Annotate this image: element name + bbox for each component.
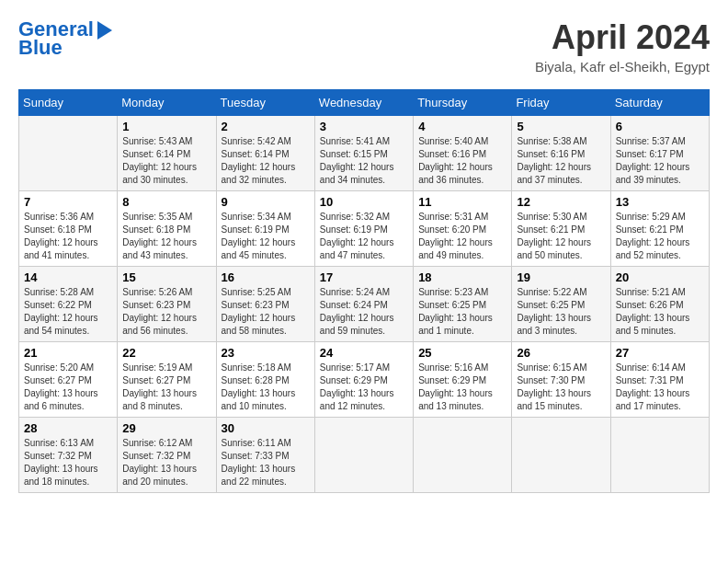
day-number: 13 bbox=[616, 195, 704, 209]
col-header-tuesday: Tuesday bbox=[216, 90, 314, 116]
day-number: 2 bbox=[222, 120, 310, 133]
day-number: 26 bbox=[517, 346, 605, 360]
calendar-cell: 29Sunrise: 6:12 AM Sunset: 7:32 PM Dayli… bbox=[118, 418, 216, 493]
calendar-cell: 25Sunrise: 5:16 AM Sunset: 6:29 PM Dayli… bbox=[414, 342, 512, 418]
day-number: 24 bbox=[320, 346, 408, 360]
day-number: 19 bbox=[517, 270, 605, 284]
calendar-cell: 18Sunrise: 5:23 AM Sunset: 6:25 PM Dayli… bbox=[414, 267, 512, 342]
day-number: 5 bbox=[517, 120, 605, 133]
day-number: 1 bbox=[122, 120, 210, 133]
calendar-cell: 9Sunrise: 5:34 AM Sunset: 6:19 PM Daylig… bbox=[216, 191, 314, 267]
calendar-cell: 4Sunrise: 5:40 AM Sunset: 6:16 PM Daylig… bbox=[414, 116, 512, 191]
cell-info: Sunrise: 5:29 AM Sunset: 6:21 PM Dayligh… bbox=[616, 211, 704, 262]
title-block: April 2024 Biyala, Kafr el-Sheikh, Egypt bbox=[535, 18, 710, 75]
calendar-cell: 30Sunrise: 6:11 AM Sunset: 7:33 PM Dayli… bbox=[216, 418, 314, 493]
cell-info: Sunrise: 5:36 AM Sunset: 6:18 PM Dayligh… bbox=[24, 211, 112, 262]
day-number: 28 bbox=[24, 421, 112, 435]
month-title: April 2024 bbox=[535, 18, 710, 57]
day-number: 21 bbox=[24, 346, 112, 360]
cell-info: Sunrise: 5:42 AM Sunset: 6:14 PM Dayligh… bbox=[222, 135, 310, 187]
day-number: 25 bbox=[418, 346, 506, 360]
calendar-cell bbox=[610, 418, 709, 493]
calendar-cell: 8Sunrise: 5:35 AM Sunset: 6:18 PM Daylig… bbox=[118, 191, 216, 267]
calendar-table: SundayMondayTuesdayWednesdayThursdayFrid… bbox=[18, 89, 710, 493]
logo: General Blue bbox=[18, 18, 112, 59]
cell-info: Sunrise: 5:34 AM Sunset: 6:19 PM Dayligh… bbox=[222, 211, 310, 262]
day-number: 27 bbox=[616, 346, 704, 360]
cell-info: Sunrise: 5:20 AM Sunset: 6:27 PM Dayligh… bbox=[24, 362, 112, 413]
calendar-cell bbox=[414, 418, 512, 493]
calendar-cell: 21Sunrise: 5:20 AM Sunset: 6:27 PM Dayli… bbox=[19, 342, 118, 418]
page-header: General Blue April 2024 Biyala, Kafr el-… bbox=[18, 18, 710, 75]
cell-info: Sunrise: 5:24 AM Sunset: 6:24 PM Dayligh… bbox=[320, 286, 408, 338]
day-number: 22 bbox=[122, 346, 210, 360]
day-number: 23 bbox=[222, 346, 310, 360]
cell-info: Sunrise: 5:17 AM Sunset: 6:29 PM Dayligh… bbox=[320, 362, 408, 413]
day-number: 3 bbox=[320, 120, 408, 133]
col-header-wednesday: Wednesday bbox=[314, 90, 413, 116]
col-header-thursday: Thursday bbox=[414, 90, 512, 116]
cell-info: Sunrise: 5:26 AM Sunset: 6:23 PM Dayligh… bbox=[122, 286, 210, 338]
col-header-saturday: Saturday bbox=[610, 90, 709, 116]
calendar-week-row: 21Sunrise: 5:20 AM Sunset: 6:27 PM Dayli… bbox=[19, 342, 710, 418]
calendar-cell: 13Sunrise: 5:29 AM Sunset: 6:21 PM Dayli… bbox=[610, 191, 709, 267]
calendar-cell: 17Sunrise: 5:24 AM Sunset: 6:24 PM Dayli… bbox=[314, 267, 413, 342]
cell-info: Sunrise: 5:28 AM Sunset: 6:22 PM Dayligh… bbox=[24, 286, 112, 338]
calendar-cell: 5Sunrise: 5:38 AM Sunset: 6:16 PM Daylig… bbox=[512, 116, 610, 191]
day-number: 30 bbox=[222, 421, 310, 435]
calendar-week-row: 14Sunrise: 5:28 AM Sunset: 6:22 PM Dayli… bbox=[19, 267, 710, 342]
cell-info: Sunrise: 5:35 AM Sunset: 6:18 PM Dayligh… bbox=[122, 211, 210, 262]
cell-info: Sunrise: 6:12 AM Sunset: 7:32 PM Dayligh… bbox=[122, 437, 210, 488]
calendar-cell: 1Sunrise: 5:43 AM Sunset: 6:14 PM Daylig… bbox=[118, 116, 216, 191]
cell-info: Sunrise: 5:30 AM Sunset: 6:21 PM Dayligh… bbox=[517, 211, 605, 262]
day-number: 10 bbox=[320, 195, 408, 209]
calendar-cell: 14Sunrise: 5:28 AM Sunset: 6:22 PM Dayli… bbox=[19, 267, 118, 342]
col-header-monday: Monday bbox=[118, 90, 216, 116]
calendar-cell bbox=[512, 418, 610, 493]
cell-info: Sunrise: 5:37 AM Sunset: 6:17 PM Dayligh… bbox=[616, 135, 704, 187]
calendar-header-row: SundayMondayTuesdayWednesdayThursdayFrid… bbox=[19, 90, 710, 116]
cell-info: Sunrise: 5:23 AM Sunset: 6:25 PM Dayligh… bbox=[418, 286, 506, 338]
calendar-cell: 20Sunrise: 5:21 AM Sunset: 6:26 PM Dayli… bbox=[610, 267, 709, 342]
cell-info: Sunrise: 5:40 AM Sunset: 6:16 PM Dayligh… bbox=[418, 135, 506, 187]
calendar-week-row: 1Sunrise: 5:43 AM Sunset: 6:14 PM Daylig… bbox=[19, 116, 710, 191]
day-number: 18 bbox=[418, 270, 506, 284]
calendar-cell: 28Sunrise: 6:13 AM Sunset: 7:32 PM Dayli… bbox=[19, 418, 118, 493]
logo-text-blue: Blue bbox=[18, 37, 63, 59]
calendar-cell: 3Sunrise: 5:41 AM Sunset: 6:15 PM Daylig… bbox=[314, 116, 413, 191]
cell-info: Sunrise: 5:43 AM Sunset: 6:14 PM Dayligh… bbox=[122, 135, 210, 187]
day-number: 14 bbox=[24, 270, 112, 284]
day-number: 8 bbox=[122, 195, 210, 209]
calendar-week-row: 7Sunrise: 5:36 AM Sunset: 6:18 PM Daylig… bbox=[19, 191, 710, 267]
calendar-cell bbox=[19, 116, 118, 191]
col-header-friday: Friday bbox=[512, 90, 610, 116]
calendar-cell: 19Sunrise: 5:22 AM Sunset: 6:25 PM Dayli… bbox=[512, 267, 610, 342]
day-number: 16 bbox=[222, 270, 310, 284]
day-number: 7 bbox=[24, 195, 112, 209]
calendar-cell bbox=[314, 418, 413, 493]
calendar-cell: 15Sunrise: 5:26 AM Sunset: 6:23 PM Dayli… bbox=[118, 267, 216, 342]
calendar-cell: 2Sunrise: 5:42 AM Sunset: 6:14 PM Daylig… bbox=[216, 116, 314, 191]
calendar-cell: 12Sunrise: 5:30 AM Sunset: 6:21 PM Dayli… bbox=[512, 191, 610, 267]
calendar-cell: 23Sunrise: 5:18 AM Sunset: 6:28 PM Dayli… bbox=[216, 342, 314, 418]
logo-arrow-icon bbox=[97, 21, 112, 40]
cell-info: Sunrise: 6:14 AM Sunset: 7:31 PM Dayligh… bbox=[616, 362, 704, 413]
day-number: 17 bbox=[320, 270, 408, 284]
cell-info: Sunrise: 6:15 AM Sunset: 7:30 PM Dayligh… bbox=[517, 362, 605, 413]
day-number: 9 bbox=[222, 195, 310, 209]
cell-info: Sunrise: 5:25 AM Sunset: 6:23 PM Dayligh… bbox=[222, 286, 310, 338]
cell-info: Sunrise: 6:13 AM Sunset: 7:32 PM Dayligh… bbox=[24, 437, 112, 488]
calendar-cell: 22Sunrise: 5:19 AM Sunset: 6:27 PM Dayli… bbox=[118, 342, 216, 418]
cell-info: Sunrise: 5:41 AM Sunset: 6:15 PM Dayligh… bbox=[320, 135, 408, 187]
day-number: 15 bbox=[122, 270, 210, 284]
cell-info: Sunrise: 5:21 AM Sunset: 6:26 PM Dayligh… bbox=[616, 286, 704, 338]
calendar-cell: 7Sunrise: 5:36 AM Sunset: 6:18 PM Daylig… bbox=[19, 191, 118, 267]
calendar-cell: 6Sunrise: 5:37 AM Sunset: 6:17 PM Daylig… bbox=[610, 116, 709, 191]
calendar-cell: 16Sunrise: 5:25 AM Sunset: 6:23 PM Dayli… bbox=[216, 267, 314, 342]
location-subtitle: Biyala, Kafr el-Sheikh, Egypt bbox=[535, 59, 710, 75]
day-number: 4 bbox=[418, 120, 506, 133]
calendar-cell: 24Sunrise: 5:17 AM Sunset: 6:29 PM Dayli… bbox=[314, 342, 413, 418]
cell-info: Sunrise: 5:18 AM Sunset: 6:28 PM Dayligh… bbox=[222, 362, 310, 413]
calendar-cell: 10Sunrise: 5:32 AM Sunset: 6:19 PM Dayli… bbox=[314, 191, 413, 267]
cell-info: Sunrise: 5:31 AM Sunset: 6:20 PM Dayligh… bbox=[418, 211, 506, 262]
